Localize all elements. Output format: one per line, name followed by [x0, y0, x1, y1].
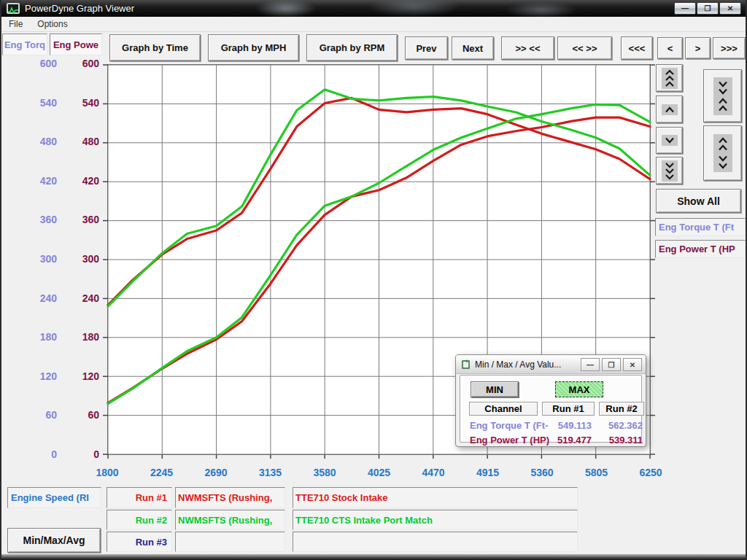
torque-row-run1-max: 549.113	[541, 419, 592, 431]
triple-up-chevron-button[interactable]	[656, 64, 683, 92]
power-y-tick-label: 420	[60, 175, 99, 187]
minmax-window-title: Min / Max / Avg Valu...	[475, 359, 561, 370]
max-tab-button[interactable]: MAX	[555, 381, 603, 397]
restore-button[interactable]: ❐	[697, 2, 719, 15]
power-row-channel: Eng Power T (HP)	[470, 434, 550, 446]
power-y-tick-label: 300	[60, 253, 99, 265]
minimize-button[interactable]: —	[674, 2, 696, 15]
torque-y-tick-label: 240	[15, 292, 57, 304]
power-y-tick-label: 180	[60, 331, 99, 343]
graph-by-time-button[interactable]: Graph by Time	[109, 34, 201, 61]
app-window: PowerDyne Graph Viewer — ❐ ✕ File Option…	[0, 0, 747, 560]
rpm-x-tick-label: 5805	[571, 467, 622, 478]
run1-description-box: TTE710 Stock Intake	[293, 487, 578, 508]
channel-toggle-label: Eng Powe	[53, 39, 98, 50]
scroll-left-fast-button[interactable]: <<<	[621, 36, 653, 60]
triple-down-chevron-icon	[662, 160, 678, 182]
run1-dyno-label: NWMSFTS (Rushing,	[178, 492, 272, 503]
torque-y-tick-label: 540	[15, 97, 57, 109]
prev-button[interactable]: Prev	[405, 36, 448, 60]
down-chevron-button[interactable]	[656, 127, 683, 154]
scroll-left-button[interactable]: <	[657, 37, 683, 59]
triple-down-chevron-button[interactable]	[656, 157, 683, 184]
channel-toggle-label: Eng Torq	[4, 39, 45, 50]
torque-y-tick-label: 60	[15, 409, 57, 421]
torque-y-tick-label: 300	[15, 253, 57, 265]
next-button[interactable]: Next	[452, 36, 494, 60]
rpm-x-tick-label: 4915	[462, 467, 514, 478]
legend-eng-power[interactable]: Eng Power T (HP	[655, 240, 746, 258]
channel-column-header[interactable]: Channel	[469, 402, 538, 416]
close-button[interactable]: ✕	[719, 2, 741, 15]
minmax-body: MIN MAX Channel Run #1 Run #2 Eng Torque…	[460, 375, 642, 443]
minmax-minimize-button[interactable]: —	[581, 358, 600, 371]
run3-label: Run #3	[136, 537, 167, 548]
torque-y-tick-label: 360	[15, 214, 57, 225]
rpm-x-tick-label: 3135	[245, 467, 296, 478]
power-row-run2-max: 539.311	[596, 434, 643, 446]
run1-label-box: Run #1	[107, 487, 172, 508]
torque-y-tick-label: 420	[15, 175, 57, 187]
graph-by-mph-button[interactable]: Graph by MPH	[208, 34, 299, 61]
channel-toggle-eng-torque[interactable]: Eng Torq	[2, 34, 47, 55]
torque-y-tick-label: 180	[15, 331, 57, 343]
torque-y-tick-label: 480	[15, 136, 57, 147]
run2-label-box: Run #2	[107, 510, 172, 530]
run1-dyno-box: NWMSFTS (Rushing,	[175, 487, 285, 508]
run2-description: TTE710 CTS Intake Port Match	[295, 515, 433, 526]
minmax-title-bar[interactable]: Min / Max / Avg Valu... — ❐ ✕	[456, 355, 646, 374]
menu-options[interactable]: Options	[30, 19, 74, 29]
graph-by-rpm-button[interactable]: Graph by RPM	[306, 34, 398, 61]
up-chevron-button[interactable]	[656, 96, 683, 123]
run2-description-box: TTE710 CTS Intake Port Match	[293, 510, 578, 530]
minmax-close-button[interactable]: ✕	[623, 358, 642, 371]
channel-toggle-eng-power[interactable]: Eng Powe	[50, 34, 102, 55]
rpm-x-tick-label: 6250	[625, 467, 676, 478]
run2-dyno-box: NWMSFTS (Rushing,	[175, 510, 285, 530]
down-chevron-icon	[662, 135, 678, 146]
window-bottom-frame	[1, 554, 746, 560]
rpm-x-tick-label: 3580	[299, 467, 350, 478]
zoom-in-x-button[interactable]: >> <<	[501, 36, 554, 60]
titlebar-glass-reflection	[133, 0, 643, 17]
min-max-avg-button[interactable]: Min/Max/Avg	[7, 528, 101, 553]
menu-file[interactable]: File	[1, 19, 30, 29]
minmax-window-icon	[462, 359, 471, 369]
rpm-x-tick-label: 4470	[408, 467, 459, 478]
legend-eng-power-label: Eng Power T (HP	[659, 244, 735, 254]
minmax-restore-button[interactable]: ❐	[602, 358, 621, 371]
collapse-y-scale-button[interactable]	[703, 69, 742, 122]
run2-label: Run #2	[136, 515, 167, 526]
show-all-button[interactable]: Show All	[656, 189, 741, 213]
zoom-out-x-button[interactable]: << >>	[557, 36, 612, 60]
power-y-tick-label: 360	[60, 214, 99, 225]
power-y-tick-label: 60	[60, 409, 99, 421]
power-y-tick-label: 600	[60, 58, 99, 69]
minmax-window[interactable]: Min / Max / Avg Valu... — ❐ ✕ MIN MAX Ch…	[455, 354, 646, 447]
run2-dyno-label: NWMSFTS (Rushing,	[178, 515, 272, 526]
torque-y-tick-label: 600	[15, 58, 57, 69]
torque-row-channel: Eng Torque T (Ft-	[470, 419, 550, 431]
legend-eng-torque-label: Eng Torque T (Ft	[659, 222, 734, 233]
rpm-x-tick-label: 5360	[516, 467, 568, 478]
rpm-x-tick-label: 2245	[136, 467, 187, 478]
torque-row-run2-max: 562.362	[596, 419, 643, 431]
run1-column-header[interactable]: Run #1	[542, 402, 595, 416]
rpm-x-tick-label: 2690	[190, 467, 241, 478]
x-axis-channel-label: Engine Speed (RI	[11, 492, 89, 503]
legend-eng-torque[interactable]: Eng Torque T (Ft	[655, 218, 746, 236]
scroll-right-button[interactable]: >	[685, 37, 711, 59]
run3-label-box: Run #3	[107, 532, 172, 552]
triple-up-chevron-icon	[662, 68, 678, 89]
menu-bar: File Options	[1, 17, 746, 32]
min-tab-button[interactable]: MIN	[471, 381, 519, 397]
torque-y-tick-label: 120	[15, 370, 57, 382]
collapse-vertical-icon	[713, 77, 732, 115]
torque-y-tick-label: 0	[15, 448, 57, 460]
expand-y-scale-button[interactable]	[703, 125, 742, 181]
power-y-tick-label: 240	[60, 292, 99, 304]
run1-description: TTE710 Stock Intake	[295, 492, 387, 503]
run2-column-header[interactable]: Run #2	[599, 402, 644, 416]
rpm-x-tick-label: 1800	[82, 467, 133, 478]
scroll-right-fast-button[interactable]: >>>	[713, 37, 746, 59]
